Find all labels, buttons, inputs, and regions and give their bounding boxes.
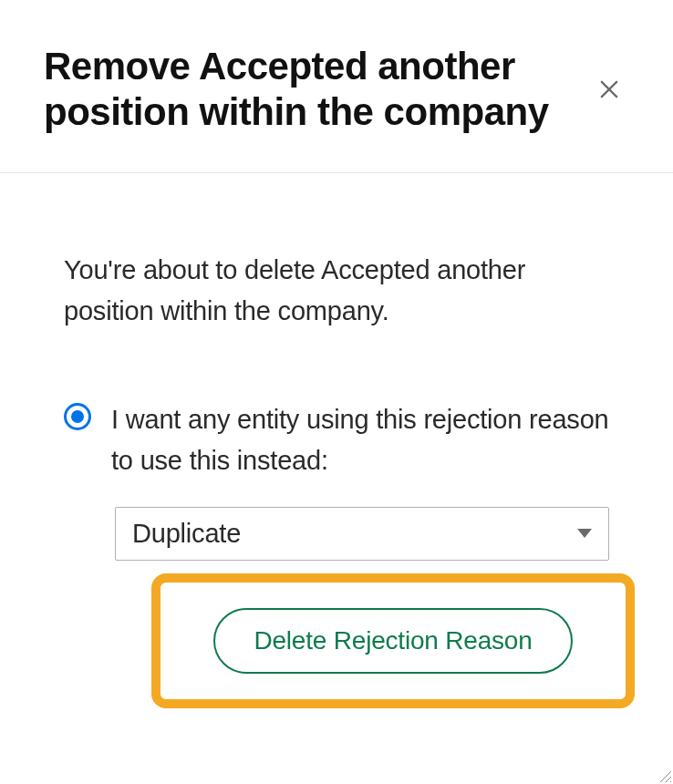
svg-marker-2	[577, 529, 592, 538]
dialog-body: You're about to delete Accepted another …	[0, 173, 673, 745]
close-button[interactable]	[589, 69, 629, 109]
svg-line-3	[660, 771, 671, 782]
dialog-header: Remove Accepted another position within …	[0, 0, 673, 173]
radio-replace[interactable]	[64, 403, 91, 430]
option-replace-row: I want any entity using this rejection r…	[64, 399, 609, 481]
radio-inner-icon	[71, 410, 84, 423]
option-replace-label: I want any entity using this rejection r…	[111, 399, 609, 481]
delete-rejection-reason-button[interactable]: Delete Rejection Reason	[213, 608, 572, 674]
warning-text: You're about to delete Accepted another …	[64, 250, 609, 332]
select-container: Duplicate	[115, 507, 609, 561]
delete-highlight-box: Delete Rejection Reason	[151, 573, 635, 708]
svg-line-4	[666, 777, 671, 782]
dialog-title: Remove Accepted another position within …	[44, 44, 554, 136]
chevron-down-icon	[577, 525, 592, 542]
select-value: Duplicate	[132, 519, 241, 549]
replacement-reason-select[interactable]: Duplicate	[115, 507, 609, 561]
close-icon	[596, 77, 622, 102]
svg-line-5	[670, 781, 671, 782]
radio-outer-icon	[64, 403, 91, 430]
resize-handle-icon	[658, 769, 673, 784]
